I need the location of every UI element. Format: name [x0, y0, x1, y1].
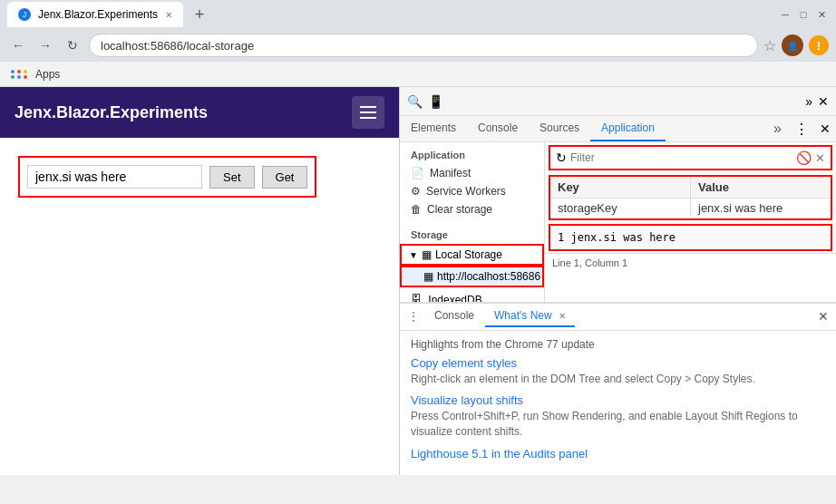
- whats-new-close[interactable]: ✕: [559, 311, 566, 321]
- set-button[interactable]: Set: [209, 166, 255, 189]
- feature-lighthouse: Lighthouse 5.1 in the Audits panel: [411, 447, 825, 460]
- maximize-btn[interactable]: □: [796, 7, 811, 22]
- expand-icon: ▼: [409, 250, 418, 260]
- blazor-app: Jenx.Blazor.Experiments Set Get: [0, 87, 399, 475]
- service-workers-label: Service Workers: [426, 185, 506, 198]
- manifest-item[interactable]: 📄 Manifest: [400, 164, 544, 182]
- bottom-content: Highlights from the Chrome 77 update Cop…: [400, 331, 836, 475]
- title-bar: J Jenx.Blazor.Experiments ✕ + ─ □ ✕: [0, 0, 836, 29]
- local-storage-grid-icon: ▦: [422, 248, 432, 261]
- filter-no-icon[interactable]: 🚫: [796, 150, 812, 165]
- device-icon[interactable]: 📱: [428, 94, 443, 109]
- devtools-panel: 🔍 📱 » ✕ Elements Console Sources Applica…: [399, 87, 836, 475]
- warning-icon[interactable]: !: [809, 35, 829, 55]
- manifest-icon: 📄: [411, 167, 424, 179]
- devtools-body: Application 📄 Manifest ⚙ Service Workers…: [400, 142, 836, 302]
- bookmarks-bar: Apps: [0, 62, 836, 87]
- clear-storage-item[interactable]: 🗑 Clear storage: [400, 200, 544, 218]
- service-workers-icon: ⚙: [411, 185, 421, 198]
- storage-section: Storage ▼ ▦ Local Storage ▦ http://local…: [400, 226, 544, 287]
- forward-btn[interactable]: →: [34, 34, 56, 56]
- local-storage-url-item[interactable]: ▦ http://localhost:58686: [400, 266, 544, 287]
- local-storage-url-grid-icon: ▦: [423, 270, 433, 283]
- refresh-btn[interactable]: ↻: [62, 34, 83, 56]
- indexed-db-icon: 🗄: [411, 294, 422, 302]
- app-content: Set Get: [0, 138, 399, 216]
- devtools-left-panel: Application 📄 Manifest ⚙ Service Workers…: [400, 142, 545, 302]
- line-info-text: Line 1, Column 1: [552, 257, 627, 268]
- back-btn[interactable]: ←: [7, 34, 29, 56]
- feature-layout-shifts: Visualize layout shifts Press Control+Sh…: [411, 393, 825, 440]
- feature-title-copy[interactable]: Copy element styles: [411, 356, 825, 370]
- feature-copy-styles: Copy element styles Right-click an eleme…: [411, 356, 825, 387]
- storage-section-label: Storage: [400, 226, 544, 244]
- feature-title-layout[interactable]: Visualize layout shifts: [411, 393, 825, 407]
- filter-clear-icon[interactable]: ✕: [815, 151, 825, 165]
- console-tab[interactable]: Console: [425, 305, 483, 327]
- clear-storage-label: Clear storage: [427, 203, 492, 216]
- url-input[interactable]: localhost:58686/local-storage: [89, 34, 758, 57]
- tab-close-btn[interactable]: ✕: [165, 10, 172, 20]
- tab-application[interactable]: Application: [590, 116, 666, 141]
- tab-title: Jenx.Blazor.Experiments: [38, 8, 158, 21]
- apps-icon: [11, 70, 28, 79]
- app-title: Jenx.Blazor.Experiments: [15, 103, 208, 122]
- feature-desc-layout: Press Control+Shift+P, run Show Renderin…: [411, 409, 825, 440]
- main-area: Jenx.Blazor.Experiments Set Get 🔍 📱 » ✕: [0, 87, 836, 475]
- storage-value-cell: jenx.si was here: [691, 199, 831, 218]
- browser-chrome: J Jenx.Blazor.Experiments ✕ + ─ □ ✕ ← → …: [0, 0, 836, 87]
- local-storage-label: Local Storage: [435, 248, 502, 261]
- line-info: Line 1, Column 1: [545, 253, 836, 272]
- devtools-tabs: Elements Console Sources Application » ⋮…: [400, 116, 836, 142]
- storage-table-header: Key Value: [550, 177, 831, 199]
- value-preview: 1 jenx.si was here: [549, 224, 832, 251]
- tabs-more-icon[interactable]: »: [766, 121, 789, 137]
- new-tab-btn[interactable]: +: [187, 2, 212, 27]
- address-bar: ← → ↻ localhost:58686/local-storage ☆ 👤 …: [0, 29, 836, 62]
- filter-bar: ↻ 🚫 ✕: [549, 145, 832, 170]
- feature-desc-copy: Right-click an element in the DOM Tree a…: [411, 372, 825, 387]
- ham-line-2: [360, 111, 376, 113]
- indexed-db-item[interactable]: 🗄 IndexedDB: [400, 291, 544, 302]
- feature-title-lighthouse[interactable]: Lighthouse 5.1 in the Audits panel: [411, 447, 825, 460]
- bottom-panel-close[interactable]: ✕: [818, 309, 829, 324]
- tab-console[interactable]: Console: [467, 116, 529, 141]
- bookmark-star[interactable]: ☆: [763, 37, 776, 54]
- devtools-close-icon[interactable]: ✕: [818, 94, 829, 109]
- minimize-btn[interactable]: ─: [778, 7, 792, 22]
- col-value-header: Value: [691, 177, 831, 198]
- inspect-icon[interactable]: 🔍: [407, 94, 423, 109]
- devtools-toolbar: 🔍 📱 » ✕: [400, 87, 836, 116]
- user-avatar[interactable]: 👤: [782, 34, 803, 56]
- filter-refresh-icon[interactable]: ↻: [556, 150, 567, 165]
- browser-tab[interactable]: J Jenx.Blazor.Experiments ✕: [7, 2, 183, 27]
- storage-table: Key Value storageKey jenx.si was here: [549, 175, 832, 220]
- devtools-bottom: ⋮ Console What's New ✕ ✕ Highlights from…: [400, 302, 836, 475]
- tab-sources[interactable]: Sources: [529, 116, 590, 141]
- bottom-drag-icon: ⋮: [407, 309, 420, 324]
- whats-new-tab[interactable]: What's New ✕: [485, 305, 575, 327]
- tab-elements[interactable]: Elements: [400, 116, 467, 141]
- devtools-right-panel: ↻ 🚫 ✕ Key Value storageKey jenx.si was h…: [545, 142, 836, 302]
- devtools-panel-close[interactable]: ✕: [814, 121, 836, 136]
- devtools-more-icon[interactable]: »: [805, 94, 812, 109]
- ham-line-1: [360, 106, 376, 108]
- get-button[interactable]: Get: [262, 166, 308, 189]
- close-btn[interactable]: ✕: [814, 7, 829, 22]
- hamburger-btn[interactable]: [352, 96, 384, 129]
- bottom-tabs-bar: ⋮ Console What's New ✕ ✕: [400, 304, 836, 331]
- devtools-menu-icon[interactable]: ⋮: [789, 121, 814, 138]
- window-controls: ─ □ ✕: [778, 7, 829, 22]
- tab-favicon: J: [18, 8, 31, 21]
- storage-input[interactable]: [27, 165, 202, 189]
- local-storage-header[interactable]: ▼ ▦ Local Storage: [400, 244, 544, 266]
- filter-input[interactable]: [570, 151, 792, 164]
- apps-label[interactable]: Apps: [35, 68, 60, 81]
- table-row[interactable]: storageKey jenx.si was here: [550, 199, 831, 218]
- input-section: Set Get: [18, 156, 316, 198]
- app-header: Jenx.Blazor.Experiments: [0, 87, 399, 138]
- url-text: localhost:58686/local-storage: [101, 39, 254, 53]
- application-section-label: Application: [400, 146, 544, 164]
- service-workers-item[interactable]: ⚙ Service Workers: [400, 182, 544, 200]
- ham-line-3: [360, 117, 376, 119]
